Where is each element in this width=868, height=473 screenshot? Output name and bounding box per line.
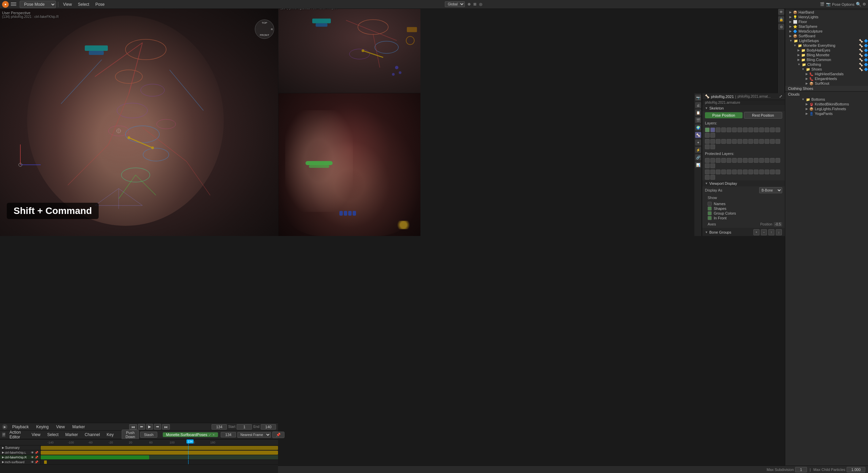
protected-dot-1[interactable] — [705, 158, 710, 163]
marker-menu-pb[interactable]: Marker — [70, 424, 87, 430]
protected-dot-9[interactable] — [748, 158, 753, 163]
protected-dot-23[interactable] — [737, 170, 742, 174]
outliner-item-shoes[interactable]: ▼ 📁 Shoes 🦴 🔷 — [785, 67, 868, 72]
viewport-bottom-right[interactable] — [278, 93, 420, 236]
viewport-left[interactable]: User Perspective (134) philoRig.2021 : c… — [0, 9, 278, 236]
outliner-item-clothing[interactable]: ▼ 📁 Clothing 🦴 🔷 — [785, 62, 868, 67]
outliner-item-fishnets[interactable]: ▶ 📦 LegLights.Fishnets — [785, 106, 868, 111]
layer-dot-27[interactable] — [759, 139, 764, 144]
layer-dot-1[interactable] — [705, 127, 710, 132]
outliner-item-surfboard[interactable]: ▶ 📦 SurfBoard — [785, 34, 868, 38]
layer-dot-16[interactable] — [710, 133, 715, 138]
protected-dot-4[interactable] — [721, 158, 726, 163]
layer-dot-8[interactable] — [743, 127, 748, 132]
protected-dot-6[interactable] — [732, 158, 737, 163]
layer-dot-9[interactable] — [748, 127, 753, 132]
prop-icon-armature[interactable]: 🦴 — [695, 132, 701, 138]
outliner-item-bottoms[interactable]: ▼ 📁 Bottoms — [785, 97, 868, 102]
protected-dot-5[interactable] — [727, 158, 731, 163]
ae-view-menu[interactable]: View — [29, 432, 43, 438]
protected-dot-29[interactable] — [770, 170, 775, 174]
viewport-top-right[interactable]: × User Perspective (134) philoRig.2021 :… — [278, 0, 420, 93]
layer-dot-15[interactable] — [705, 133, 710, 138]
action-editor-label[interactable]: Action Editor — [7, 429, 23, 440]
layer-dot-7[interactable] — [737, 127, 742, 132]
transform-orientation[interactable]: Global Local — [445, 1, 465, 7]
layer-dot-6[interactable] — [732, 127, 737, 132]
bone-groups-remove-btn[interactable]: − — [761, 229, 767, 235]
layer-dot-11[interactable] — [759, 127, 764, 132]
group-colors-cb[interactable] — [708, 211, 712, 215]
track-visibility-surfboard[interactable]: 👁 — [31, 460, 34, 464]
layer-dot-10[interactable] — [754, 127, 758, 132]
end-frame-field[interactable] — [261, 424, 276, 430]
layer-dot-20[interactable] — [721, 139, 726, 144]
ae-select-menu[interactable]: Select — [44, 432, 61, 438]
track-label-summary[interactable]: ▶ Summary — [0, 446, 41, 450]
prop-icon-render[interactable]: 📷 — [695, 95, 701, 101]
protected-dot-28[interactable] — [765, 170, 769, 174]
track-label-fkhip-l[interactable]: ▶ ctrl-fakeFKhip.L 👁 📌 — [0, 450, 41, 455]
menu-icon-1[interactable] — [11, 2, 16, 6]
outliner-item-bling-common[interactable]: ▶ 📁 Bling.Common 🦴 🔷 — [785, 57, 868, 62]
protected-dot-3[interactable] — [716, 158, 721, 163]
menu-pose[interactable]: Pose — [93, 1, 107, 7]
protected-dot-12[interactable] — [765, 158, 769, 163]
jump-start-btn[interactable]: ⏮ — [129, 424, 137, 430]
ae-marker-menu[interactable]: Marker — [63, 432, 81, 438]
protected-dot-30[interactable] — [775, 170, 780, 174]
names-cb[interactable] — [708, 202, 712, 206]
scene-icon-3[interactable]: 🔒 — [778, 16, 784, 22]
protected-dot-31[interactable] — [705, 175, 710, 180]
protected-dot-18[interactable] — [710, 170, 715, 174]
bone-groups-add-btn[interactable]: + — [753, 229, 760, 235]
protected-dot-25[interactable] — [748, 170, 753, 174]
ae-frame-field[interactable] — [221, 432, 236, 437]
layer-dot-29[interactable] — [770, 139, 775, 144]
protected-dot-13[interactable] — [770, 158, 775, 163]
layer-dot-4[interactable] — [721, 127, 726, 132]
ae-channel-menu[interactable]: Channel — [82, 432, 103, 438]
layer-dot-23[interactable] — [737, 139, 742, 144]
protected-dot-10[interactable] — [754, 158, 758, 163]
ae-key-menu[interactable]: Key — [104, 432, 117, 438]
protected-dot-19[interactable] — [716, 170, 721, 174]
outliner-item-bodyhair[interactable]: ▶ 📁 BodyHairEyes 🦴 🔷 — [785, 48, 868, 53]
prop-icon-view-layer[interactable]: 📋 — [695, 110, 701, 116]
track-keys-fkhip-r[interactable] — [41, 455, 278, 459]
layer-dot-5[interactable] — [727, 127, 731, 132]
protected-dot-7[interactable] — [737, 158, 742, 163]
outliner-item-bling-monette[interactable]: ▶ 📁 Bling.Monette 🦴 🔷 — [785, 53, 868, 57]
scene-icon-2[interactable]: 👁 — [778, 9, 784, 15]
layer-dot-24[interactable] — [743, 139, 748, 144]
layer-dot-2[interactable] — [710, 127, 715, 132]
outliner-item-surfknot[interactable]: ▶ 📦 SurfKnot — [785, 81, 868, 86]
track-visibility-fkhip-l[interactable]: 👁 — [31, 451, 34, 454]
layer-dot-14[interactable] — [775, 127, 780, 132]
outliner-item-heels2[interactable]: ▶ 👠 ElegantHeels — [785, 76, 868, 81]
layer-dot-22[interactable] — [732, 139, 737, 144]
protected-dot-8[interactable] — [743, 158, 748, 163]
viewport-nav-widget[interactable]: TOP FRONT R — [254, 19, 275, 39]
jump-end-btn[interactable]: ⏭ — [162, 424, 170, 430]
stash-btn[interactable]: Stash — [140, 432, 157, 438]
track-keys-fkhip-l[interactable] — [41, 450, 278, 455]
protected-dot-16[interactable] — [710, 163, 715, 168]
track-visibility-fkhip-r[interactable]: 👁 — [31, 456, 34, 459]
current-frame-field[interactable] — [212, 424, 227, 430]
next-keyframe-btn[interactable]: ➡ — [154, 424, 161, 430]
action-name-field[interactable]: Monette.SurfboardPoses ✓ × — [163, 432, 218, 437]
protected-dot-22[interactable] — [732, 170, 737, 174]
protected-dot-24[interactable] — [743, 170, 748, 174]
layer-dot-25[interactable] — [748, 139, 753, 144]
track-label-surfboard[interactable]: ▶ mch-surfboard 👁 📌 — [0, 460, 41, 464]
prop-expand-icon[interactable]: ⤢ — [779, 94, 782, 99]
track-label-fkhip-r[interactable]: ▶ ctrl-fakeFKhip.R 👁 📌 — [0, 455, 41, 459]
play-btn[interactable]: ▶ — [146, 424, 153, 430]
scene-icon-4[interactable]: ⚙ — [778, 24, 784, 30]
pose-mode-dropdown[interactable]: Pose Mode Object Mode Edit Mode — [20, 1, 56, 8]
playback-menu[interactable]: Playback — [9, 424, 32, 430]
layer-dot-3[interactable] — [716, 127, 721, 132]
layer-dot-13[interactable] — [770, 127, 775, 132]
bone-groups-move-down-btn[interactable]: ↓ — [776, 229, 782, 235]
